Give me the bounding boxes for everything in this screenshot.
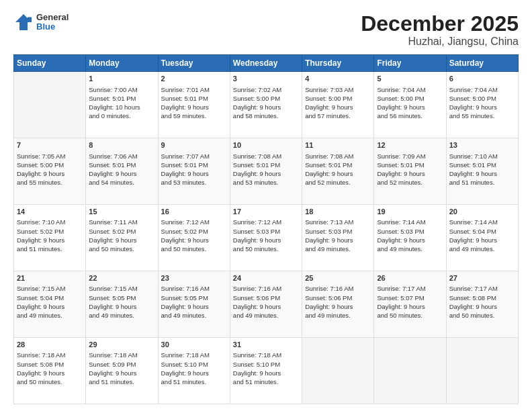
day-info: and 52 minutes.: [305, 178, 371, 187]
day-info: Daylight: 9 hours: [233, 236, 299, 244]
day-info: Daylight: 9 hours: [17, 302, 83, 311]
calendar-cell: 12Sunrise: 7:09 AMSunset: 5:01 PMDayligh…: [374, 138, 446, 205]
day-info: Daylight: 9 hours: [449, 169, 515, 178]
calendar-cell: 22Sunrise: 7:15 AMSunset: 5:05 PMDayligh…: [86, 271, 158, 338]
calendar-week-2: 7Sunrise: 7:05 AMSunset: 5:00 PMDaylight…: [14, 138, 519, 205]
calendar-cell: 4Sunrise: 7:03 AMSunset: 5:00 PMDaylight…: [302, 72, 374, 138]
day-info: Sunrise: 7:08 AM: [233, 152, 299, 161]
day-number: 16: [161, 207, 227, 217]
day-number: 17: [233, 207, 299, 217]
day-info: and 53 minutes.: [161, 178, 227, 187]
calendar-cell: 13Sunrise: 7:10 AMSunset: 5:01 PMDayligh…: [446, 138, 518, 205]
day-info: and 49 minutes.: [17, 311, 83, 320]
page-title: December 2025: [361, 12, 519, 36]
day-info: Daylight: 9 hours: [377, 103, 443, 111]
day-info: Sunset: 5:00 PM: [305, 94, 371, 103]
day-info: Daylight: 9 hours: [89, 302, 154, 311]
day-number: 22: [89, 273, 154, 283]
day-info: Sunrise: 7:13 AM: [305, 218, 371, 226]
day-info: Sunrise: 7:03 AM: [305, 85, 371, 94]
logo-general: General: [36, 13, 69, 22]
calendar-cell: 23Sunrise: 7:16 AMSunset: 5:05 PMDayligh…: [158, 271, 230, 338]
day-info: Sunrise: 7:04 AM: [449, 85, 515, 94]
day-info: and 50 minutes.: [449, 311, 515, 320]
day-info: Sunrise: 7:12 AM: [233, 218, 299, 226]
calendar-cell: 18Sunrise: 7:13 AMSunset: 5:03 PMDayligh…: [302, 205, 374, 271]
day-info: Daylight: 9 hours: [233, 302, 299, 311]
day-number: 11: [305, 140, 371, 150]
day-info: and 49 minutes.: [305, 311, 371, 320]
day-header-tuesday: Tuesday: [158, 55, 230, 72]
calendar-cell: [374, 338, 446, 404]
day-number: 2: [161, 74, 227, 84]
day-info: and 58 minutes.: [233, 111, 299, 120]
day-info: Daylight: 9 hours: [89, 169, 154, 178]
day-info: Sunset: 5:04 PM: [17, 293, 83, 302]
day-info: and 49 minutes.: [449, 244, 515, 253]
page-subtitle: Huzhai, Jiangsu, China: [361, 36, 519, 48]
day-info: Sunrise: 7:08 AM: [305, 152, 371, 161]
day-info: and 49 minutes.: [377, 244, 443, 253]
day-info: and 50 minutes.: [17, 377, 83, 386]
calendar-cell: 6Sunrise: 7:04 AMSunset: 5:00 PMDaylight…: [446, 72, 518, 138]
day-info: Sunset: 5:03 PM: [233, 227, 299, 236]
calendar-cell: [302, 338, 374, 404]
day-info: Sunset: 5:08 PM: [449, 293, 515, 302]
calendar-cell: 25Sunrise: 7:16 AMSunset: 5:06 PMDayligh…: [302, 271, 374, 338]
day-number: 18: [305, 207, 371, 217]
calendar-week-4: 21Sunrise: 7:15 AMSunset: 5:04 PMDayligh…: [14, 271, 519, 338]
calendar-header-row: SundayMondayTuesdayWednesdayThursdayFrid…: [14, 55, 519, 72]
day-info: Sunset: 5:06 PM: [233, 293, 299, 302]
calendar-cell: 31Sunrise: 7:18 AMSunset: 5:10 PMDayligh…: [230, 338, 302, 404]
calendar-cell: 21Sunrise: 7:15 AMSunset: 5:04 PMDayligh…: [14, 271, 86, 338]
day-info: Sunset: 5:01 PM: [377, 161, 443, 169]
day-info: and 49 minutes.: [233, 311, 299, 320]
day-number: 25: [305, 273, 371, 283]
calendar-cell: 29Sunrise: 7:18 AMSunset: 5:09 PMDayligh…: [86, 338, 158, 404]
day-info: Sunrise: 7:09 AM: [377, 152, 443, 161]
calendar-cell: 20Sunrise: 7:14 AMSunset: 5:04 PMDayligh…: [446, 205, 518, 271]
day-info: and 51 minutes.: [233, 377, 299, 386]
calendar-cell: 27Sunrise: 7:17 AMSunset: 5:08 PMDayligh…: [446, 271, 518, 338]
day-info: Sunrise: 7:10 AM: [449, 152, 515, 161]
svg-marker-1: [28, 17, 32, 23]
calendar-cell: 11Sunrise: 7:08 AMSunset: 5:01 PMDayligh…: [302, 138, 374, 205]
day-number: 26: [377, 273, 443, 283]
day-info: Sunset: 5:00 PM: [377, 94, 443, 103]
day-number: 4: [305, 74, 371, 84]
day-header-thursday: Thursday: [302, 55, 374, 72]
day-info: Sunset: 5:04 PM: [449, 227, 515, 236]
day-header-saturday: Saturday: [446, 55, 518, 72]
day-number: 3: [233, 74, 299, 84]
day-number: 10: [233, 140, 299, 150]
calendar-cell: [14, 72, 86, 138]
day-number: 28: [17, 340, 83, 350]
day-info: Sunset: 5:06 PM: [305, 293, 371, 302]
day-info: Sunset: 5:10 PM: [161, 360, 227, 369]
calendar-cell: 24Sunrise: 7:16 AMSunset: 5:06 PMDayligh…: [230, 271, 302, 338]
calendar-cell: 2Sunrise: 7:01 AMSunset: 5:01 PMDaylight…: [158, 72, 230, 138]
day-info: Daylight: 9 hours: [17, 369, 83, 377]
day-info: Daylight: 9 hours: [377, 169, 443, 178]
calendar-cell: 10Sunrise: 7:08 AMSunset: 5:01 PMDayligh…: [230, 138, 302, 205]
day-info: Sunrise: 7:18 AM: [233, 351, 299, 359]
day-info: Sunset: 5:01 PM: [161, 161, 227, 169]
day-info: and 57 minutes.: [305, 111, 371, 120]
day-info: and 51 minutes.: [17, 244, 83, 253]
day-info: Sunset: 5:01 PM: [161, 94, 227, 103]
day-info: Sunrise: 7:11 AM: [89, 218, 154, 226]
day-info: Sunrise: 7:02 AM: [233, 85, 299, 94]
calendar-cell: 3Sunrise: 7:02 AMSunset: 5:00 PMDaylight…: [230, 72, 302, 138]
calendar-week-3: 14Sunrise: 7:10 AMSunset: 5:02 PMDayligh…: [14, 205, 519, 271]
day-number: 27: [449, 273, 515, 283]
day-number: 23: [161, 273, 227, 283]
logo: General Blue: [13, 12, 69, 32]
day-number: 19: [377, 207, 443, 217]
day-info: and 50 minutes.: [233, 244, 299, 253]
calendar-cell: 16Sunrise: 7:12 AMSunset: 5:02 PMDayligh…: [158, 205, 230, 271]
day-number: 6: [449, 74, 515, 84]
calendar-cell: 19Sunrise: 7:14 AMSunset: 5:03 PMDayligh…: [374, 205, 446, 271]
day-number: 15: [89, 207, 154, 217]
day-info: Sunrise: 7:14 AM: [377, 218, 443, 226]
day-info: and 49 minutes.: [305, 244, 371, 253]
